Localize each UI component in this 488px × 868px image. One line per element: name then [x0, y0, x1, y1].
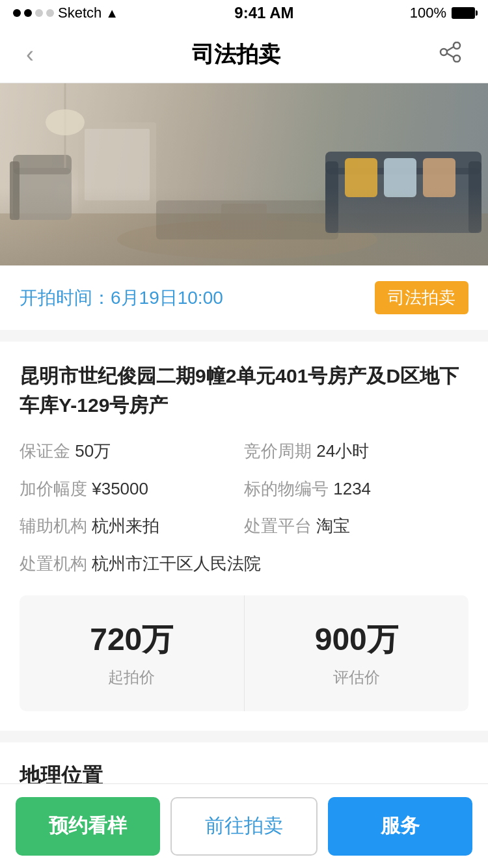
- bid-cycle-item: 竞价周期 24小时: [244, 438, 468, 465]
- assist-org-item: 辅助机构 杭州来拍: [20, 513, 244, 540]
- eval-price-amount: 900万: [315, 619, 398, 660]
- section-divider: [0, 731, 488, 742]
- auction-type-badge[interactable]: 司法拍卖: [375, 281, 468, 314]
- svg-rect-5: [0, 213, 488, 265]
- svg-point-0: [454, 42, 460, 49]
- deposit-item: 保证金 50万: [20, 438, 244, 465]
- svg-rect-16: [345, 158, 377, 197]
- page-title: 司法拍卖: [192, 40, 280, 70]
- svg-rect-6: [0, 83, 488, 213]
- increment-label: 加价幅度: [20, 479, 87, 498]
- assist-org-value: 杭州来拍: [92, 516, 159, 536]
- start-price-cell: 720万 起拍价: [20, 595, 245, 711]
- eval-price-cell: 900万 评估价: [245, 595, 469, 711]
- start-price-label: 起拍价: [108, 667, 155, 688]
- property-details-section: 昆明市世纪俊园二期9幢2单元401号房产及D区地下车库Y-129号房产 保证金 …: [0, 342, 488, 731]
- svg-rect-8: [13, 155, 72, 174]
- increment-item: 加价幅度 ¥35000: [20, 476, 244, 503]
- platform-value: 淘宝: [316, 516, 350, 536]
- back-button[interactable]: ‹: [20, 34, 40, 75]
- svg-point-1: [454, 55, 460, 62]
- platform-label: 处置平台: [244, 516, 312, 536]
- property-hero-image: [0, 83, 488, 265]
- eval-price-label: 评估价: [333, 667, 380, 688]
- battery-icon: [452, 7, 475, 19]
- svg-rect-7: [13, 168, 72, 220]
- goto-auction-button[interactable]: 前往拍卖: [170, 797, 318, 856]
- bottom-toolbar: 预约看样 前往拍卖 服务: [0, 783, 488, 868]
- svg-point-23: [46, 109, 85, 135]
- svg-rect-9: [10, 161, 20, 220]
- auction-time-text: 开拍时间：6月19日10:00: [20, 286, 223, 310]
- wifi-icon: ▲: [105, 6, 118, 21]
- svg-rect-15: [468, 161, 481, 233]
- status-left: Sketch ▲: [13, 5, 118, 21]
- item-no-item: 标的物编号 1234: [244, 476, 468, 503]
- signal-dots: [13, 9, 54, 17]
- bid-cycle-value: 24小时: [316, 441, 369, 461]
- increment-value: ¥35000: [92, 479, 148, 498]
- deposit-label: 保证金: [20, 441, 70, 461]
- item-no-value: 1234: [333, 479, 371, 498]
- bid-cycle-label: 竞价周期: [244, 441, 312, 461]
- dispose-org-label: 处置机构: [20, 554, 87, 573]
- dispose-org-item: 处置机构 杭州市江干区人民法院: [20, 550, 468, 578]
- svg-rect-20: [85, 129, 150, 200]
- svg-rect-21: [221, 204, 267, 230]
- item-no-label: 标的物编号: [244, 479, 329, 498]
- start-price-amount: 720万: [90, 619, 173, 660]
- battery-label: 100%: [410, 5, 446, 21]
- svg-rect-17: [384, 158, 416, 197]
- signal-dot-2: [24, 9, 32, 17]
- price-box: 720万 起拍价 900万 评估价: [20, 595, 468, 711]
- svg-line-3: [447, 47, 454, 51]
- signal-dot-3: [35, 9, 43, 17]
- nav-bar: ‹ 司法拍卖: [0, 26, 488, 83]
- assist-org-label: 辅助机构: [20, 516, 87, 536]
- deposit-value: 50万: [75, 441, 111, 461]
- svg-rect-14: [325, 161, 338, 233]
- property-info-grid: 保证金 50万 竞价周期 24小时 加价幅度 ¥35000 标的物编号 1234…: [20, 438, 468, 577]
- signal-dot-1: [13, 9, 21, 17]
- status-bar: Sketch ▲ 9:41 AM 100%: [0, 0, 488, 26]
- carrier-label: Sketch: [58, 5, 102, 21]
- svg-point-10: [117, 220, 377, 259]
- svg-line-4: [447, 53, 454, 57]
- appointment-button[interactable]: 预约看样: [16, 797, 160, 856]
- dispose-org-value: 杭州市江干区人民法院: [92, 554, 261, 573]
- auction-time-bar: 开拍时间：6月19日10:00 司法拍卖: [0, 265, 488, 330]
- signal-dot-4: [46, 9, 54, 17]
- svg-rect-18: [423, 158, 455, 197]
- property-title: 昆明市世纪俊园二期9幢2单元401号房产及D区地下车库Y-129号房产: [20, 361, 468, 420]
- platform-item: 处置平台 淘宝: [244, 513, 468, 540]
- service-button[interactable]: 服务: [328, 797, 472, 856]
- svg-point-2: [441, 49, 447, 55]
- svg-rect-11: [156, 200, 338, 239]
- share-button[interactable]: [432, 35, 468, 74]
- status-right: 100%: [410, 5, 475, 21]
- status-time: 9:41 AM: [234, 4, 293, 22]
